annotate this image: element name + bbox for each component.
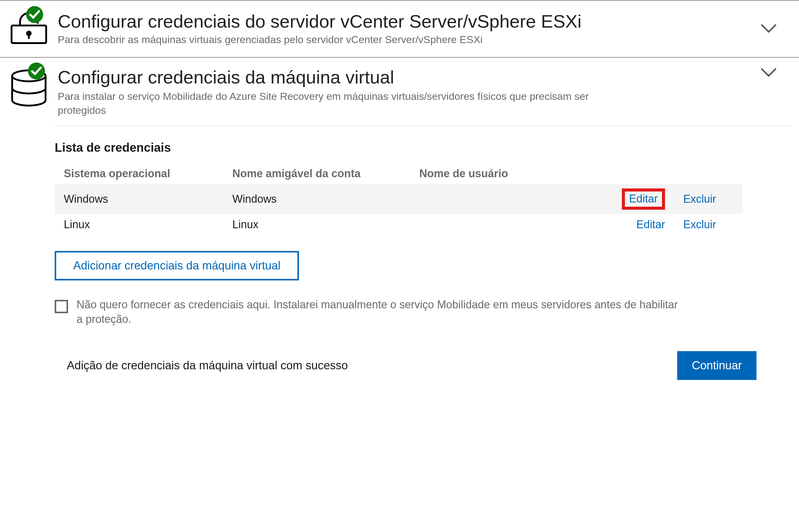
col-friendly: Nome amigável da conta: [223, 163, 410, 184]
section1-title: Configurar credenciais do servidor vCent…: [58, 11, 747, 32]
add-vm-credentials-button[interactable]: Adicionar credenciais da máquina virtual: [55, 251, 299, 280]
cell-os: Windows: [55, 184, 223, 214]
cell-friendly: Windows: [223, 184, 410, 214]
col-username: Nome de usuário: [410, 163, 599, 184]
table-row: Linux Linux Editar Excluir: [55, 214, 743, 235]
section1-subtitle: Para descobrir as máquinas virtuais gere…: [58, 34, 747, 45]
success-check-icon: [28, 62, 45, 81]
skip-credentials-checkbox[interactable]: [55, 300, 68, 313]
section2-title: Configurar credenciais da máquina virtua…: [58, 67, 747, 88]
cell-os: Linux: [55, 214, 223, 235]
cell-friendly: Linux: [223, 214, 410, 235]
col-os: Sistema operacional: [55, 163, 223, 184]
edit-link[interactable]: Editar: [636, 218, 665, 231]
delete-link[interactable]: Excluir: [683, 193, 716, 205]
cell-username: [410, 184, 599, 214]
edit-link-highlighted[interactable]: Editar: [622, 188, 665, 210]
credentials-list-title: Lista de credenciais: [55, 141, 757, 154]
database-icon: [9, 67, 58, 108]
edit-link[interactable]: Editar: [629, 192, 658, 205]
chevron-down-icon[interactable]: [747, 67, 790, 78]
section2-subtitle: Para instalar o serviço Mobilidade do Az…: [58, 90, 635, 117]
continue-button[interactable]: Continuar: [677, 351, 757, 380]
table-row: Windows Windows Editar Excluir: [55, 184, 743, 214]
chevron-down-icon[interactable]: [747, 23, 790, 34]
lock-icon: [9, 12, 58, 45]
success-check-icon: [26, 6, 43, 24]
credentials-table: Sistema operacional Nome amigável da con…: [55, 163, 743, 235]
status-message: Adição de credenciais da máquina virtual…: [67, 359, 348, 372]
section-vcenter-credentials[interactable]: Configurar credenciais do servidor vCent…: [0, 1, 799, 57]
section-vm-credentials[interactable]: Configurar credenciais da máquina virtua…: [0, 58, 799, 125]
delete-link[interactable]: Excluir: [683, 218, 716, 231]
cell-username: [410, 214, 599, 235]
skip-credentials-label: Não quero fornecer as credenciais aqui. …: [76, 298, 680, 327]
